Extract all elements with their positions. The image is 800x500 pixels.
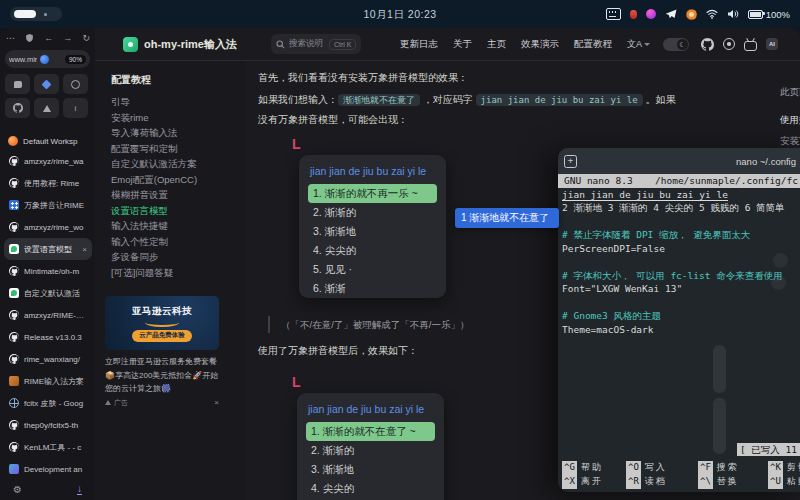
shield-icon[interactable] [25,33,34,43]
main-nav: 更新日志 关于 主页 效果演示 配置教程 [400,38,612,51]
browser-tab[interactable]: amzxyz/rime_wa [4,150,92,172]
workspace-row[interactable]: Default Worksp [8,136,78,146]
nav-changelog[interactable]: 更新日志 [400,38,438,51]
nano-version: GNU nano 8.3 [564,174,633,188]
browser-tab[interactable]: Development an [4,458,92,480]
sidebar-item-sync[interactable]: 多设备同步 [111,249,245,265]
browser-tab[interactable]: 万象拼音让RIME [4,194,92,216]
browser-tab[interactable]: thep0y/fcitx5-th [4,414,92,436]
terminal-body[interactable]: GNU nano 8.3 /home/sunmaple/.config/fc j… [558,174,800,492]
ghost-overlay-circle [773,253,788,268]
doc-sidebar: 配置教程 引导 安装rime 导入薄荷输入法 配置覆写和定制 自定义默认激活方案… [95,61,245,500]
site-title[interactable]: oh-my-rime输入法 [144,37,237,52]
tray-app-red-icon[interactable] [630,10,637,19]
extension-github-icon[interactable] [5,98,30,118]
extension-info-icon[interactable]: i [63,98,88,118]
browser-tab[interactable]: amzxyz/RIME-LM [4,304,92,326]
sidebar-item-import[interactable]: 导入薄荷输入法 [111,125,245,141]
sidebar-item-guide[interactable]: 引导 [111,94,245,110]
browser-tab[interactable]: rime_wanxiang/ [4,348,92,370]
shortcut-search: ^F搜索 [698,461,768,475]
sidebar-item-language-model[interactable]: 设置语言模型 [111,203,245,219]
search-icon [276,40,285,49]
ghost-overlay-pill [713,345,726,393]
nav-about[interactable]: 关于 [453,38,472,51]
extension-grid: i [5,74,90,118]
extension-gear-icon[interactable] [63,74,88,94]
downloads-icon[interactable]: ↓ [77,484,82,495]
sidebar-item-override[interactable]: 配置覆写和定制 [111,141,245,157]
search-box[interactable]: 搜索说明 Ctrl K [271,34,362,54]
config-comment: # 字体和大小， 可以用 fc-list 命令来查看使用 [558,269,800,283]
site-logo-icon[interactable] [123,37,138,52]
back-icon[interactable]: ← [44,33,53,43]
battery-percent: 100% [766,9,790,20]
new-tab-icon[interactable]: + [564,155,577,168]
fcitx-candidate-popup[interactable]: 1 渐渐地就不在意了 [455,208,559,228]
browser-tab[interactable]: Mintimate/oh-m [4,260,92,282]
nav-demo[interactable]: 效果演示 [521,38,559,51]
theme-toggle[interactable]: ☾ [663,38,689,51]
ad-card[interactable]: 亚马逊云科技 云产品免费体验 立即注册亚马逊云服务免费套餐📦享高达200美元抵扣… [105,296,219,408]
url-bar[interactable]: www.mir 90% [5,50,90,68]
more-menu-icon[interactable]: ⋯ [6,33,15,43]
ad-cta-button[interactable]: 云产品免费体验 [132,330,192,342]
browser-tab[interactable]: 使用教程: Rime [4,172,92,194]
github-icon[interactable] [701,38,714,51]
sidebar-item-fuzzy-pinyin[interactable]: 模糊拼音设置 [111,187,245,203]
community-icon[interactable] [723,38,735,50]
ime-candidate-selected: 1. 渐渐的就不再一乐 ~ [308,184,437,203]
extension-sparkle-icon[interactable] [34,74,59,94]
system-tray: 100% [606,0,790,28]
ad-close-icon[interactable]: × [214,398,219,407]
extension-triangle-icon[interactable] [34,98,59,118]
bilibili-tv-icon[interactable] [744,41,757,51]
shortcut-cut: ^K剪切 [768,461,800,475]
nav-guide[interactable]: 配置教程 [574,38,612,51]
reload-icon[interactable]: ↻ [82,33,90,43]
ime-candidate-screenshot-2: jian jian de jiu bu zai yi le 1. 渐渐的就不在意… [297,393,444,500]
nav-home[interactable]: 主页 [487,38,506,51]
tray-app-orange-icon[interactable] [686,9,697,20]
terminal-window[interactable]: + nano ~/.config GNU nano 8.3 /home/sunm… [558,148,800,492]
telegram-icon[interactable] [665,9,677,20]
settings-gear-icon[interactable]: ⚙ [13,484,22,495]
forward-icon[interactable]: → [63,33,72,43]
sidebar-item-emoji[interactable]: Emoji配置(OpenCC) [111,172,245,188]
input-method-icon[interactable] [606,8,621,20]
terminal-titlebar[interactable]: + nano ~/.config [558,148,800,174]
extension-chat-icon[interactable] [5,74,30,94]
browser-tab[interactable]: 自定义默认激活 [4,282,92,304]
browser-tab[interactable]: fcitx 皮肤 - Goog [4,392,92,414]
language-switcher[interactable]: 文A [627,38,650,51]
ghost-overlay-circle [771,275,786,290]
github-favicon-icon [9,354,19,364]
shortcut-readfile: ^R读档 [626,475,698,489]
volume-icon[interactable] [727,9,739,19]
sidebar-item-hotkeys[interactable]: 输入法快捷键 [111,218,245,234]
nano-status-message: [ 已写入 11 [737,443,800,457]
sidebar-item-default-scheme[interactable]: 自定义默认激活方案 [111,156,245,172]
sidebar-item-install-rime[interactable]: 安装rime [111,110,245,126]
browser-tab[interactable]: KenLM工具 - - c [4,436,92,458]
tray-app-magenta-icon[interactable] [646,9,656,19]
sidebar-item-personalize[interactable]: 输入个性定制 [111,234,245,250]
ai-assistant-icon[interactable]: AI [766,38,778,50]
rime-favicon-icon [9,376,19,386]
ime-candidate: 4. 尖尖的 [306,479,435,498]
tab-close-icon[interactable]: × [82,245,87,254]
browser-tab[interactable]: RIME输入法方案 [4,370,92,392]
outline-item-effect[interactable]: 使用效果 [780,109,800,130]
ad-banner[interactable]: 亚马逊云科技 云产品免费体验 [105,296,219,350]
github-favicon-icon [9,332,19,342]
shortcut-writeout: ^O写入 [626,461,698,475]
github-favicon-icon [9,156,19,166]
ghost-overlay-pill [713,398,726,454]
sidebar-item-faq[interactable]: [可选]问题答疑 [111,265,245,281]
zoom-badge[interactable]: 90% [65,55,86,64]
browser-tab[interactable]: amzxyz/rime_wo [4,216,92,238]
browser-tab[interactable]: Release v13.0.3 [4,326,92,348]
wifi-icon[interactable] [706,9,718,19]
browser-tab-active[interactable]: 设置语言模型× [4,238,92,260]
battery-indicator[interactable]: 100% [748,9,790,20]
